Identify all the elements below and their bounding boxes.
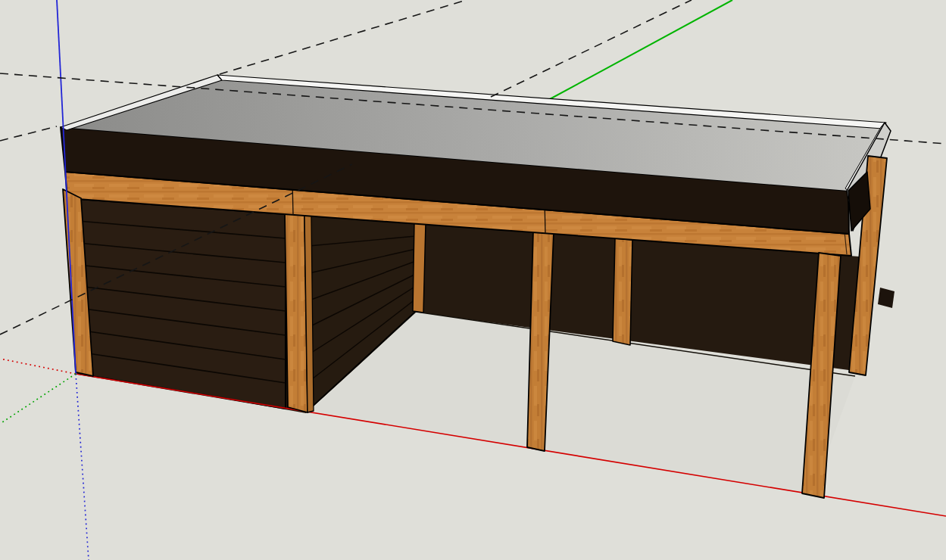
shed-interior-corner-post [413, 222, 426, 313]
rear-middle-post [613, 238, 632, 345]
model-canvas[interactable] [0, 0, 946, 560]
post-shed-corner [285, 213, 308, 412]
shed-front-siding [78, 199, 286, 409]
carport-3d-model [0, 0, 946, 560]
sketchup-viewport[interactable] [0, 0, 946, 560]
